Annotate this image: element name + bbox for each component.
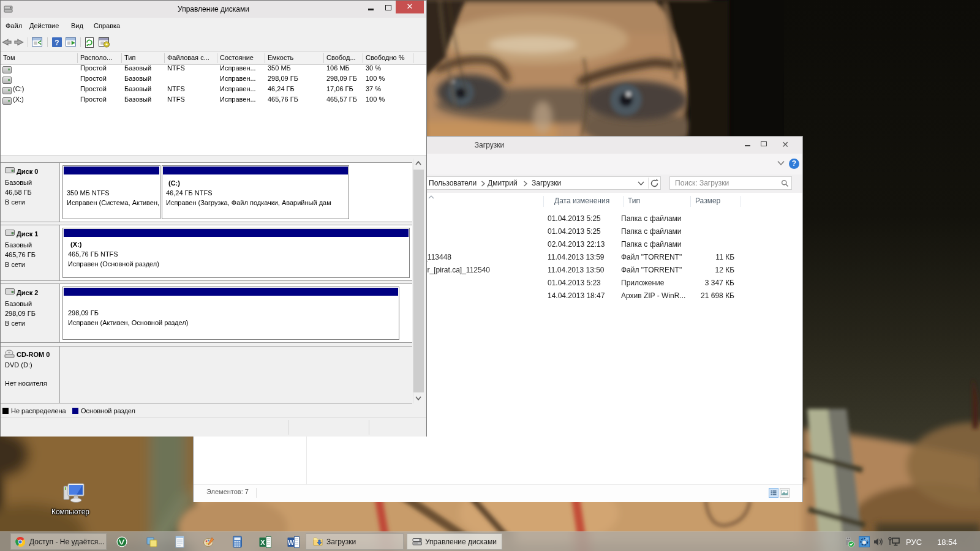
svg-text:?: ? bbox=[55, 39, 59, 47]
svg-text:X: X bbox=[260, 539, 265, 546]
svg-text:W: W bbox=[288, 539, 295, 546]
